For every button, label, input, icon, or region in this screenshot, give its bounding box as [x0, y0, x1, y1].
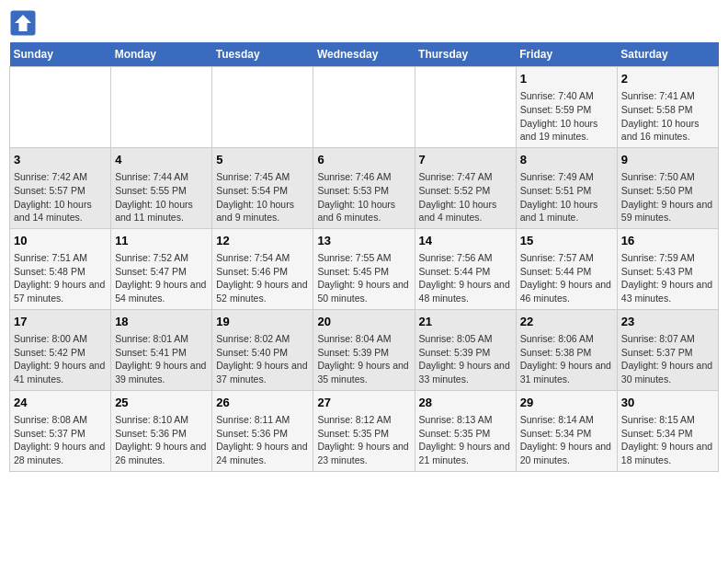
day-info: Sunrise: 8:08 AM Sunset: 5:37 PM Dayligh…: [14, 413, 107, 467]
week-row-2: 3Sunrise: 7:42 AM Sunset: 5:57 PM Daylig…: [10, 147, 719, 228]
day-info: Sunrise: 7:49 AM Sunset: 5:51 PM Dayligh…: [520, 170, 613, 224]
day-info: Sunrise: 8:05 AM Sunset: 5:39 PM Dayligh…: [419, 332, 512, 386]
day-number: 4: [115, 152, 208, 168]
day-info: Sunrise: 8:10 AM Sunset: 5:36 PM Dayligh…: [115, 413, 208, 467]
day-cell: 24Sunrise: 8:08 AM Sunset: 5:37 PM Dayli…: [10, 390, 111, 471]
day-cell: 3Sunrise: 7:42 AM Sunset: 5:57 PM Daylig…: [10, 147, 111, 228]
day-number: 22: [520, 314, 613, 330]
day-info: Sunrise: 7:59 AM Sunset: 5:43 PM Dayligh…: [621, 251, 714, 305]
day-cell: [212, 67, 313, 148]
day-cell: [415, 67, 516, 148]
week-row-3: 10Sunrise: 7:51 AM Sunset: 5:48 PM Dayli…: [10, 228, 719, 309]
day-info: Sunrise: 8:04 AM Sunset: 5:39 PM Dayligh…: [317, 332, 410, 386]
day-info: Sunrise: 7:56 AM Sunset: 5:44 PM Dayligh…: [419, 251, 512, 305]
day-info: Sunrise: 8:01 AM Sunset: 5:41 PM Dayligh…: [115, 332, 208, 386]
day-number: 30: [621, 395, 714, 411]
day-cell: 30Sunrise: 8:15 AM Sunset: 5:34 PM Dayli…: [617, 390, 718, 471]
day-cell: 13Sunrise: 7:55 AM Sunset: 5:45 PM Dayli…: [313, 228, 415, 309]
day-number: 25: [115, 395, 208, 411]
day-number: 27: [317, 395, 410, 411]
logo-icon: [9, 9, 37, 37]
day-cell: [111, 67, 212, 148]
day-cell: 21Sunrise: 8:05 AM Sunset: 5:39 PM Dayli…: [415, 309, 516, 390]
day-info: Sunrise: 7:41 AM Sunset: 5:58 PM Dayligh…: [621, 89, 714, 144]
day-cell: 15Sunrise: 7:57 AM Sunset: 5:44 PM Dayli…: [516, 228, 617, 309]
day-info: Sunrise: 8:06 AM Sunset: 5:38 PM Dayligh…: [520, 332, 613, 386]
logo: [9, 9, 40, 37]
day-header-monday: Monday: [111, 42, 212, 67]
day-number: 9: [621, 152, 714, 168]
week-row-4: 17Sunrise: 8:00 AM Sunset: 5:42 PM Dayli…: [10, 309, 719, 390]
calendar-header: SundayMondayTuesdayWednesdayThursdayFrid…: [10, 42, 719, 67]
day-cell: 2Sunrise: 7:41 AM Sunset: 5:58 PM Daylig…: [617, 67, 718, 148]
day-cell: 6Sunrise: 7:46 AM Sunset: 5:53 PM Daylig…: [313, 147, 415, 228]
day-number: 24: [14, 395, 107, 411]
day-info: Sunrise: 7:44 AM Sunset: 5:55 PM Dayligh…: [115, 170, 208, 224]
day-cell: [313, 67, 415, 148]
day-number: 20: [317, 314, 410, 330]
day-header-sunday: Sunday: [10, 42, 111, 67]
day-info: Sunrise: 7:54 AM Sunset: 5:46 PM Dayligh…: [216, 251, 309, 305]
day-cell: 7Sunrise: 7:47 AM Sunset: 5:52 PM Daylig…: [415, 147, 516, 228]
day-number: 17: [14, 314, 107, 330]
day-info: Sunrise: 7:45 AM Sunset: 5:54 PM Dayligh…: [216, 170, 309, 224]
day-cell: 27Sunrise: 8:12 AM Sunset: 5:35 PM Dayli…: [313, 390, 415, 471]
calendar-table: SundayMondayTuesdayWednesdayThursdayFrid…: [9, 42, 719, 472]
day-info: Sunrise: 7:50 AM Sunset: 5:50 PM Dayligh…: [621, 170, 714, 224]
day-info: Sunrise: 8:00 AM Sunset: 5:42 PM Dayligh…: [14, 332, 107, 386]
day-number: 6: [317, 152, 410, 168]
day-header-thursday: Thursday: [415, 42, 516, 67]
day-cell: 5Sunrise: 7:45 AM Sunset: 5:54 PM Daylig…: [212, 147, 313, 228]
day-info: Sunrise: 8:12 AM Sunset: 5:35 PM Dayligh…: [317, 413, 410, 467]
header-row: SundayMondayTuesdayWednesdayThursdayFrid…: [10, 42, 719, 67]
day-cell: 20Sunrise: 8:04 AM Sunset: 5:39 PM Dayli…: [313, 309, 415, 390]
day-info: Sunrise: 7:46 AM Sunset: 5:53 PM Dayligh…: [317, 170, 410, 224]
day-number: 2: [621, 71, 714, 87]
day-header-wednesday: Wednesday: [313, 42, 415, 67]
day-cell: 1Sunrise: 7:40 AM Sunset: 5:59 PM Daylig…: [516, 67, 617, 148]
day-number: 10: [14, 233, 107, 249]
day-number: 18: [115, 314, 208, 330]
calendar-body: 1Sunrise: 7:40 AM Sunset: 5:59 PM Daylig…: [10, 67, 719, 472]
day-number: 15: [520, 233, 613, 249]
day-number: 8: [520, 152, 613, 168]
day-cell: 9Sunrise: 7:50 AM Sunset: 5:50 PM Daylig…: [617, 147, 718, 228]
day-info: Sunrise: 7:52 AM Sunset: 5:47 PM Dayligh…: [115, 251, 208, 305]
day-cell: 28Sunrise: 8:13 AM Sunset: 5:35 PM Dayli…: [415, 390, 516, 471]
day-number: 11: [115, 233, 208, 249]
day-cell: 14Sunrise: 7:56 AM Sunset: 5:44 PM Dayli…: [415, 228, 516, 309]
day-number: 1: [520, 71, 613, 87]
day-number: 23: [621, 314, 714, 330]
day-number: 12: [216, 233, 309, 249]
day-number: 19: [216, 314, 309, 330]
day-number: 3: [14, 152, 107, 168]
day-cell: 16Sunrise: 7:59 AM Sunset: 5:43 PM Dayli…: [617, 228, 718, 309]
day-cell: [10, 67, 111, 148]
day-number: 26: [216, 395, 309, 411]
day-header-friday: Friday: [516, 42, 617, 67]
day-info: Sunrise: 8:13 AM Sunset: 5:35 PM Dayligh…: [419, 413, 512, 467]
day-info: Sunrise: 7:51 AM Sunset: 5:48 PM Dayligh…: [14, 251, 107, 305]
day-cell: 12Sunrise: 7:54 AM Sunset: 5:46 PM Dayli…: [212, 228, 313, 309]
day-info: Sunrise: 7:57 AM Sunset: 5:44 PM Dayligh…: [520, 251, 613, 305]
day-info: Sunrise: 8:14 AM Sunset: 5:34 PM Dayligh…: [520, 413, 613, 467]
day-cell: 23Sunrise: 8:07 AM Sunset: 5:37 PM Dayli…: [617, 309, 718, 390]
day-cell: 26Sunrise: 8:11 AM Sunset: 5:36 PM Dayli…: [212, 390, 313, 471]
day-cell: 11Sunrise: 7:52 AM Sunset: 5:47 PM Dayli…: [111, 228, 212, 309]
day-cell: 29Sunrise: 8:14 AM Sunset: 5:34 PM Dayli…: [516, 390, 617, 471]
day-info: Sunrise: 7:55 AM Sunset: 5:45 PM Dayligh…: [317, 251, 410, 305]
page-header: [9, 9, 719, 37]
day-info: Sunrise: 8:15 AM Sunset: 5:34 PM Dayligh…: [621, 413, 714, 467]
day-info: Sunrise: 7:40 AM Sunset: 5:59 PM Dayligh…: [520, 89, 613, 144]
day-cell: 10Sunrise: 7:51 AM Sunset: 5:48 PM Dayli…: [10, 228, 111, 309]
day-number: 13: [317, 233, 410, 249]
day-cell: 18Sunrise: 8:01 AM Sunset: 5:41 PM Dayli…: [111, 309, 212, 390]
day-cell: 4Sunrise: 7:44 AM Sunset: 5:55 PM Daylig…: [111, 147, 212, 228]
day-number: 5: [216, 152, 309, 168]
week-row-1: 1Sunrise: 7:40 AM Sunset: 5:59 PM Daylig…: [10, 67, 719, 148]
day-header-saturday: Saturday: [617, 42, 718, 67]
day-cell: 22Sunrise: 8:06 AM Sunset: 5:38 PM Dayli…: [516, 309, 617, 390]
day-number: 21: [419, 314, 512, 330]
day-info: Sunrise: 8:11 AM Sunset: 5:36 PM Dayligh…: [216, 413, 309, 467]
day-cell: 25Sunrise: 8:10 AM Sunset: 5:36 PM Dayli…: [111, 390, 212, 471]
